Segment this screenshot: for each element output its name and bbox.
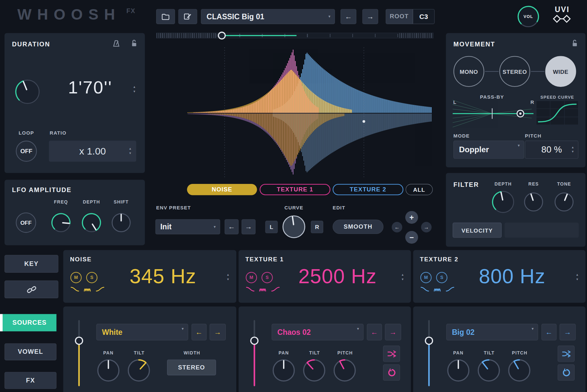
next-source-button[interactable]: → bbox=[560, 324, 576, 340]
passby-slider[interactable] bbox=[453, 99, 534, 129]
mode-stereo-button[interactable]: STEREO bbox=[499, 56, 530, 87]
env-preset-selector[interactable]: Init ▼ bbox=[155, 219, 220, 234]
stepper-up-icon[interactable]: ▲ bbox=[226, 273, 229, 276]
load-preset-button[interactable] bbox=[156, 9, 175, 24]
randomize-button[interactable] bbox=[558, 346, 575, 362]
tab-all[interactable]: ALL bbox=[406, 184, 433, 195]
pan-knob[interactable] bbox=[447, 359, 470, 384]
filter-depth-knob[interactable] bbox=[492, 190, 515, 215]
undo-button[interactable] bbox=[558, 365, 575, 381]
channel-frequency-value[interactable]: 345 Hz bbox=[105, 264, 221, 287]
root-note-field[interactable]: C3 bbox=[413, 9, 435, 24]
duration-lock-icon[interactable] bbox=[131, 40, 137, 49]
tab-texture1[interactable]: TEXTURE 1 bbox=[260, 184, 330, 195]
env-zoom-out-button[interactable]: − bbox=[405, 231, 418, 244]
duration-knob[interactable] bbox=[15, 79, 40, 106]
lowpass-icon[interactable] bbox=[246, 286, 255, 294]
comb-icon[interactable] bbox=[84, 286, 91, 294]
channel-frequency-value[interactable]: 2500 Hz bbox=[279, 264, 396, 287]
tilt-knob[interactable] bbox=[127, 359, 150, 384]
sidebar-item-sources[interactable]: SOURCES bbox=[0, 314, 57, 331]
mute-button[interactable]: M bbox=[420, 272, 432, 283]
next-source-button[interactable]: → bbox=[385, 324, 401, 340]
pitch-knob[interactable] bbox=[333, 359, 356, 384]
pan-knob[interactable] bbox=[272, 359, 295, 384]
playhead-handle[interactable] bbox=[218, 32, 226, 40]
movement-lock-icon[interactable] bbox=[572, 40, 578, 49]
highpass-icon[interactable] bbox=[95, 286, 105, 294]
metronome-icon[interactable] bbox=[113, 40, 120, 49]
lowpass-icon[interactable] bbox=[420, 286, 429, 294]
stepper-up-icon[interactable]: ▲ bbox=[571, 146, 574, 149]
pitch-field[interactable]: 80 % ▲ ▼ bbox=[525, 141, 578, 159]
source-selector[interactable]: White ▼ bbox=[96, 324, 188, 340]
link-button[interactable] bbox=[5, 281, 59, 298]
sidebar-item-fx[interactable]: FX bbox=[5, 372, 57, 389]
stepper-down-icon[interactable]: ▼ bbox=[576, 278, 579, 281]
smooth-button[interactable]: SMOOTH bbox=[333, 220, 383, 234]
lfo-freq-knob[interactable] bbox=[51, 212, 71, 234]
highpass-icon[interactable] bbox=[445, 286, 455, 294]
stepper-down-icon[interactable]: ▼ bbox=[129, 152, 132, 155]
movement-mode-selector[interactable]: Doppler ▼ bbox=[453, 141, 524, 159]
pitch-knob[interactable] bbox=[508, 359, 531, 384]
envelope-display[interactable] bbox=[156, 44, 434, 181]
stepper-down-icon[interactable]: ▼ bbox=[401, 278, 404, 281]
comb-icon[interactable] bbox=[259, 286, 267, 294]
lfo-power-toggle[interactable]: OFF bbox=[16, 212, 36, 233]
duration-stepper[interactable]: ▲ ▼ bbox=[133, 86, 136, 93]
tilt-knob[interactable] bbox=[303, 359, 326, 384]
loop-toggle[interactable]: OFF bbox=[16, 141, 37, 162]
mute-button[interactable]: M bbox=[246, 272, 257, 283]
velocity-button[interactable]: VELOCITY bbox=[453, 223, 502, 238]
edit-preset-button[interactable] bbox=[178, 9, 197, 24]
sidebar-item-vowel[interactable]: VOWEL bbox=[5, 343, 57, 360]
filter-tone-knob[interactable] bbox=[554, 192, 574, 214]
curve-right-button[interactable]: R bbox=[311, 221, 323, 233]
filter-res-knob[interactable] bbox=[523, 192, 544, 214]
key-button[interactable]: KEY bbox=[5, 255, 59, 273]
prev-source-button[interactable]: ← bbox=[542, 324, 557, 340]
prev-source-button[interactable]: ← bbox=[192, 324, 207, 340]
lowpass-icon[interactable] bbox=[70, 286, 79, 294]
comb-icon[interactable] bbox=[434, 286, 441, 294]
solo-button[interactable]: S bbox=[86, 272, 98, 283]
filter-mod-slot[interactable] bbox=[505, 223, 579, 238]
channel-frequency-value[interactable]: 800 Hz bbox=[454, 264, 570, 287]
level-slider-handle[interactable] bbox=[425, 336, 433, 345]
preset-selector[interactable]: CLASSIC Big 01 ▼ bbox=[201, 9, 335, 24]
randomize-button[interactable] bbox=[383, 346, 400, 362]
next-preset-button[interactable]: → bbox=[362, 9, 378, 24]
pitch-stepper[interactable]: ▲ ▼ bbox=[571, 146, 574, 154]
curve-left-button[interactable]: L bbox=[265, 221, 278, 233]
width-toggle[interactable]: STEREO bbox=[167, 360, 216, 375]
env-zoom-in-button[interactable]: + bbox=[405, 211, 418, 224]
tab-texture2[interactable]: TEXTURE 2 bbox=[333, 184, 403, 195]
speed-curve-display[interactable] bbox=[536, 101, 579, 125]
solo-button[interactable]: S bbox=[436, 272, 447, 283]
source-selector[interactable]: Big 02 ▼ bbox=[446, 324, 538, 340]
playback-range-bar[interactable] bbox=[222, 35, 296, 36]
level-slider-handle[interactable] bbox=[75, 336, 83, 345]
solo-button[interactable]: S bbox=[261, 272, 273, 283]
env-scroll-right-button[interactable]: → bbox=[421, 222, 431, 232]
frequency-stepper[interactable]: ▲ ▼ bbox=[576, 273, 579, 281]
timeline[interactable] bbox=[156, 32, 434, 44]
env-scroll-left-button[interactable]: ← bbox=[392, 222, 402, 232]
lfo-shift-knob[interactable] bbox=[111, 212, 131, 234]
ratio-stepper[interactable]: ▲ ▼ bbox=[129, 147, 132, 155]
prev-preset-button[interactable]: ← bbox=[341, 9, 356, 24]
env-next-button[interactable]: → bbox=[242, 219, 256, 234]
stepper-down-icon[interactable]: ▼ bbox=[226, 278, 229, 281]
pan-knob[interactable] bbox=[97, 359, 120, 384]
level-slider-handle[interactable] bbox=[250, 336, 259, 345]
frequency-stepper[interactable]: ▲ ▼ bbox=[401, 273, 404, 281]
next-source-button[interactable]: → bbox=[210, 324, 226, 340]
highpass-icon[interactable] bbox=[271, 286, 280, 294]
curve-knob[interactable] bbox=[282, 215, 306, 240]
env-prev-button[interactable]: ← bbox=[225, 219, 239, 234]
frequency-stepper[interactable]: ▲ ▼ bbox=[226, 273, 229, 281]
ratio-field[interactable]: x 1.00 ▲ ▼ bbox=[49, 141, 136, 162]
tab-noise[interactable]: NOISE bbox=[187, 184, 257, 195]
stepper-up-icon[interactable]: ▲ bbox=[401, 273, 404, 276]
